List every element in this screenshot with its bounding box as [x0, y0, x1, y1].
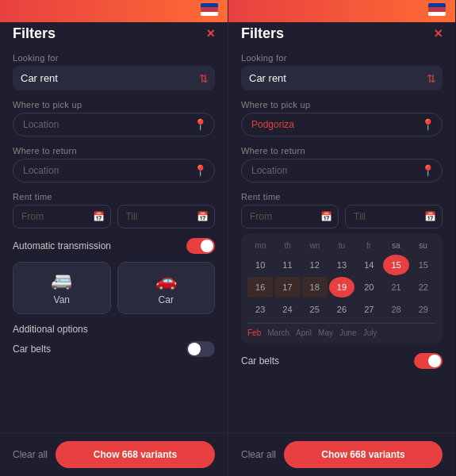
cal-day-21[interactable]: 21: [383, 277, 408, 298]
car-belts-label: Car belts: [13, 344, 51, 355]
panel1-title: Filters: [13, 25, 215, 42]
toggle-knob: [201, 240, 213, 252]
pickup-label: Where to pick up: [13, 100, 215, 109]
calendar-dropdown: mn th wn tu fr sa su 10 11 12 13: [241, 233, 443, 344]
cal-day-20[interactable]: 20: [356, 277, 381, 298]
p2-pickup-label: Where to pick up: [241, 100, 443, 109]
p2-location-icon: 📍: [421, 118, 435, 131]
cal-day-10[interactable]: 10: [247, 255, 273, 275]
p2-looking-for-select[interactable]: Car rent: [241, 66, 443, 90]
panel1-bottom-bar: Clear all Chow 668 variants: [0, 432, 228, 476]
p2-car-belts-row: Car belts: [241, 353, 443, 369]
cal-day-23[interactable]: 23: [247, 299, 273, 320]
p2-from-calendar-icon: 📅: [320, 211, 332, 222]
cal-day-18[interactable]: 18: [302, 277, 328, 298]
p2-till-calendar-icon: 📅: [424, 211, 436, 222]
p2-pickup-input[interactable]: [241, 113, 443, 136]
p2-return-input[interactable]: [241, 159, 443, 182]
cal-day-13[interactable]: 13: [329, 255, 354, 275]
car-belts-toggle[interactable]: [186, 341, 215, 357]
p2-return-label: Where to return: [241, 146, 443, 155]
cal-day-27[interactable]: 27: [356, 299, 381, 320]
vehicle-cards: 🚐 Van 🚗 Car: [13, 262, 215, 314]
cal-day-29[interactable]: 29: [411, 299, 436, 320]
till-wrapper: 📅: [117, 205, 216, 228]
cal-day-15a[interactable]: 15: [383, 255, 408, 275]
flag-icon: [201, 3, 218, 16]
day-mn: mn: [247, 240, 274, 251]
cal-day-14[interactable]: 14: [356, 255, 381, 275]
rent-time-label: Rent time: [13, 192, 215, 202]
pickup-wrapper: 📍: [13, 113, 215, 136]
return-wrapper: 📍: [13, 159, 215, 182]
car-card[interactable]: 🚗 Car: [117, 262, 216, 314]
month-april[interactable]: April: [296, 328, 312, 337]
calendar-days: 10 11 12 13 14 15 15 16 17 18 19 20 21: [247, 255, 436, 320]
p2-car-belts-knob: [428, 355, 441, 367]
calendar-day-headers: mn th wn tu fr sa su: [247, 240, 436, 251]
p2-car-belts-toggle[interactable]: [414, 353, 443, 369]
p2-return-location-icon: 📍: [421, 164, 435, 177]
month-may[interactable]: May: [318, 328, 333, 337]
cal-day-16[interactable]: 16: [247, 277, 273, 298]
panel2-close[interactable]: ×: [434, 25, 443, 42]
day-tu: tu: [328, 240, 354, 251]
p2-till-wrapper: 📅: [345, 205, 443, 228]
cal-day-22[interactable]: 22: [411, 277, 436, 298]
cal-day-24[interactable]: 24: [274, 299, 300, 320]
p2-car-belts-label: Car belts: [241, 355, 279, 367]
van-icon: 🚐: [51, 271, 72, 291]
panel2-clear-btn[interactable]: Clear all: [241, 449, 276, 460]
panel1-show-btn[interactable]: Chow 668 variants: [56, 441, 215, 468]
cal-day-25[interactable]: 25: [302, 299, 328, 320]
looking-for-wrapper: Car rent ⇅: [13, 66, 215, 90]
p2-pickup-wrapper: 📍: [241, 113, 443, 136]
car-label: Car: [159, 294, 174, 305]
looking-for-select[interactable]: Car rent: [13, 66, 215, 90]
p2-looking-for-label: Looking for: [241, 53, 443, 63]
day-su: su: [410, 240, 436, 251]
cal-day-19[interactable]: 19: [329, 277, 354, 298]
panel1-close[interactable]: ×: [206, 25, 215, 42]
month-july[interactable]: July: [363, 328, 377, 337]
van-card[interactable]: 🚐 Van: [13, 262, 111, 314]
auto-transmission-row: Automatic transmission: [13, 238, 215, 254]
month-june[interactable]: June: [339, 328, 357, 337]
panel2-bottom-bar: Clear all Chow 668 variants: [228, 432, 455, 476]
p2-rent-time-label: Rent time: [241, 192, 443, 202]
cal-day-17[interactable]: 17: [274, 277, 300, 298]
return-input[interactable]: [13, 159, 215, 182]
from-calendar-icon: 📅: [93, 211, 105, 222]
return-label: Where to return: [13, 146, 215, 155]
cal-day-15b[interactable]: 15: [411, 255, 436, 275]
car-icon: 🚗: [155, 271, 177, 291]
looking-for-label: Looking for: [13, 53, 215, 63]
p2-looking-for-wrapper: Car rent ⇅: [241, 66, 443, 90]
car-belts-knob: [188, 343, 201, 355]
panel1-clear-btn[interactable]: Clear all: [13, 449, 48, 460]
van-label: Van: [54, 294, 70, 305]
month-march[interactable]: March: [267, 328, 289, 337]
day-sa: sa: [383, 240, 409, 251]
location-icon: 📍: [194, 118, 207, 131]
left-panel: Filters × Looking for Car rent ⇅ Where t…: [0, 0, 228, 476]
till-calendar-icon: 📅: [197, 211, 209, 222]
cal-day-26[interactable]: 26: [329, 299, 354, 320]
cal-day-12[interactable]: 12: [302, 255, 328, 275]
month-feb[interactable]: Feb: [247, 328, 261, 337]
p2-from-wrapper: 📅: [241, 205, 339, 228]
p2-return-wrapper: 📍: [241, 159, 443, 182]
cal-day-28[interactable]: 28: [383, 299, 408, 320]
flag-icon-right: [428, 3, 446, 16]
day-th: th: [274, 240, 301, 251]
auto-transmission-toggle[interactable]: [186, 238, 215, 254]
pickup-input[interactable]: [13, 113, 215, 136]
from-wrapper: 📅: [13, 205, 111, 228]
p2-rent-time-row: 📅 📅: [241, 205, 443, 228]
car-belts-row: Car belts: [13, 341, 215, 357]
rent-time-row: 📅 📅: [13, 205, 215, 228]
panel2-title: Filters: [241, 25, 443, 42]
cal-day-11[interactable]: 11: [274, 255, 300, 275]
day-wn: wn: [301, 240, 328, 251]
panel2-show-btn[interactable]: Chow 668 variants: [284, 441, 443, 468]
